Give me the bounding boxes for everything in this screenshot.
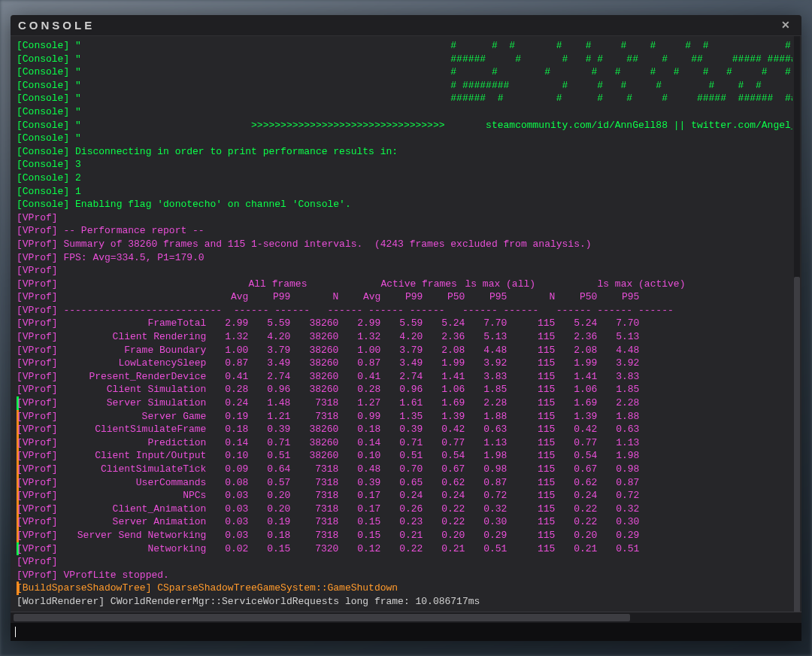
console-line: [Console] " ###### # # # # # ##### #####… [17, 92, 788, 105]
console-line: [VProf] FPS: Avg=334.5, P1=179.0 [17, 251, 788, 265]
console-line: [VProf] Networking0.020.1573200.120.220.… [17, 542, 788, 556]
console-line: [VProf] Client Simulation0.280.96382600.… [17, 383, 788, 396]
console-line: [VProf] Client Rendering1.324.20382601.3… [17, 330, 788, 344]
console-line: [VProf] UserCommands0.080.5773180.390.65… [17, 476, 788, 490]
console-line: [VProf] Present_RenderDevice0.412.743826… [17, 370, 788, 384]
horizontal-scrollbar-track[interactable] [11, 612, 801, 623]
console-line: [VProf] [17, 211, 788, 225]
console-line: [VProf] Client_Animation0.030.2073180.17… [17, 503, 788, 516]
console-line: [VProf] Server Simulation0.241.4873181.2… [17, 396, 788, 410]
console-line: [VProf] VProfLite stopped. [17, 569, 788, 582]
horizontal-scrollbar-thumb[interactable] [14, 614, 630, 621]
console-line: [Console] " # # # # # # # # # # [17, 39, 788, 53]
console-line: [Console] " [17, 105, 788, 119]
console-line: [Console] " [17, 132, 788, 145]
console-line: [VProf] [17, 555, 788, 569]
console-line: [Console] 3 [17, 158, 788, 172]
console-line: [VProf] Server Game0.191.2173180.991.351… [17, 410, 788, 424]
console-line: [VProf] FrameTotal2.995.59382602.995.595… [17, 317, 788, 330]
console-input[interactable] [16, 627, 797, 638]
console-line: [VProf] ClientSimulateTick0.090.6473180.… [17, 463, 788, 476]
console-line: [Console] " # # # # # # # # # # # # # [17, 65, 788, 79]
console-line: [VProf] [17, 264, 788, 278]
console-line: [VProf] LowLatencySleep0.873.49382600.87… [17, 357, 788, 370]
console-output[interactable]: [Console] " # # # # # # # # # #[Console]… [12, 36, 792, 612]
console-line: [VProf] AvgP99NAvgP99P50P95NP50P95 [17, 290, 788, 304]
console-line: [VProf] Frame Boundary1.003.79382601.003… [17, 344, 788, 357]
console-line: [VProf] All framesActive framesls max (a… [17, 278, 788, 291]
vertical-scrollbar-thumb[interactable] [794, 277, 800, 612]
console-line: [Console] " # ######## # # # # # # # # [17, 79, 788, 93]
console-line: [VProf] NPCs0.030.2073180.170.240.240.72… [17, 489, 788, 503]
titlebar: CONSOLE ✕ [11, 15, 801, 36]
console-line: [VProf] Prediction0.140.71382600.140.710… [17, 436, 788, 450]
console-line: [Console] 2 [17, 172, 788, 185]
console-input-row [11, 623, 801, 641]
console-line: [VProf] --------------------------- ----… [17, 304, 788, 317]
console-line: [Console] Enabling flag 'donotecho' on c… [17, 198, 788, 211]
console-line: [VProf] Server Send Networking0.030.1873… [17, 529, 788, 542]
console-line: [VProf] Server Animation0.030.1973180.15… [17, 515, 788, 529]
close-icon[interactable]: ✕ [780, 19, 794, 32]
console-line: [Console] 1 [17, 185, 788, 199]
console-line: [Console] " >>>>>>>>>>>>>>>>>>>>>>>>>>>>… [17, 119, 788, 132]
console-panel: CONSOLE ✕ [Console] " # # # # # # # # # … [11, 15, 801, 641]
console-scroll-area: [Console] " # # # # # # # # # #[Console]… [11, 36, 801, 612]
window-title: CONSOLE [18, 19, 780, 32]
console-line: [VProf] -- Performance report -- [17, 224, 788, 238]
console-line: [VProf] Summary of 38260 frames and 115 … [17, 238, 788, 251]
console-line: [Console] Disconnecting in order to prin… [17, 145, 788, 159]
console-line: [Console] " ###### # # # # ## # ## #####… [17, 53, 788, 66]
console-line: [VProf] ClientSimulateFrame0.180.3938260… [17, 423, 788, 436]
console-line: [VProf] Client Input/Output0.100.5138260… [17, 449, 788, 463]
console-line: [BuildSparseShadowTree] CSparseShadowTre… [17, 582, 788, 595]
console-line: [WorldRenderer] CWorldRendererMgr::Servi… [17, 595, 788, 609]
